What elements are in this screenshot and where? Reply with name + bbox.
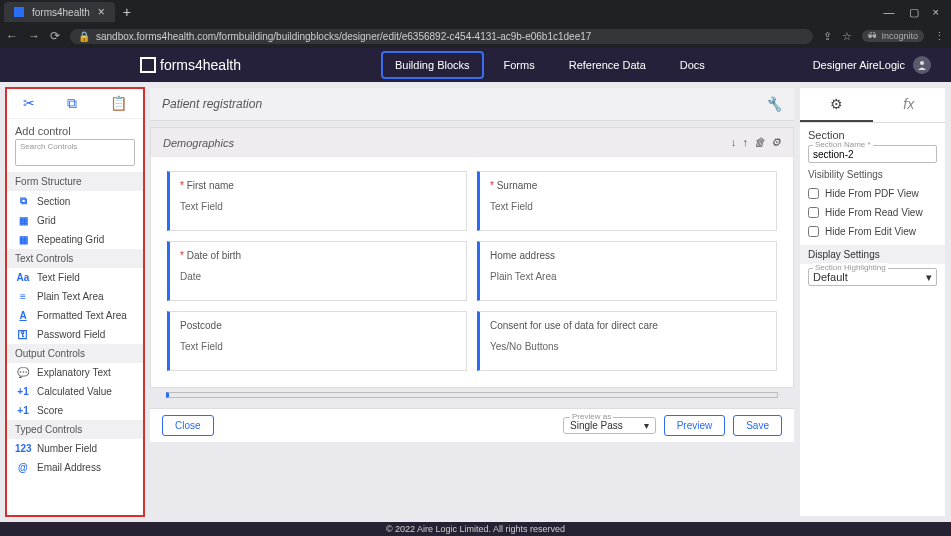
number-icon: 123: [15, 443, 31, 454]
palette-item-section[interactable]: ⧉Section: [7, 191, 143, 211]
preview-button[interactable]: Preview: [664, 415, 726, 436]
app-header: forms4health Building Blocks Forms Refer…: [0, 48, 951, 82]
nav-docs[interactable]: Docs: [666, 51, 719, 79]
palette-item-explanatory-text[interactable]: 💬Explanatory Text: [7, 363, 143, 382]
section-icon: ⧉: [15, 195, 31, 207]
maximize-icon[interactable]: ▢: [909, 6, 919, 19]
preview-mode-select[interactable]: Preview as Single Pass ▾: [563, 417, 656, 434]
logo-icon: [140, 57, 156, 73]
reload-icon[interactable]: ⟳: [50, 29, 60, 43]
nav-reference-data[interactable]: Reference Data: [555, 51, 660, 79]
palette-item-text-field[interactable]: AaText Field: [7, 268, 143, 287]
url-field[interactable]: 🔒 sandbox.forms4health.com/formbuilding/…: [70, 29, 813, 44]
page-header: Patient registration 🔧: [150, 88, 794, 121]
visibility-heading: Visibility Settings: [808, 169, 937, 180]
field-first-name[interactable]: * First name Text Field: [167, 171, 467, 231]
incognito-icon: 🕶: [868, 31, 877, 41]
app-logo[interactable]: forms4health: [140, 57, 241, 73]
minimize-icon[interactable]: —: [884, 6, 895, 19]
cut-icon[interactable]: ✂: [23, 95, 35, 112]
section[interactable]: Demographics ↓ ↑ 🗑 ⚙ * First name Text F…: [150, 127, 794, 388]
svg-point-0: [920, 61, 924, 65]
chevron-down-icon: ▾: [644, 420, 649, 431]
incognito-badge: 🕶 Incognito: [862, 30, 924, 42]
field-home-address[interactable]: Home address Plain Text Area: [477, 241, 777, 301]
close-button[interactable]: Close: [162, 415, 214, 436]
chk-hide-edit[interactable]: Hide From Edit View: [808, 222, 937, 241]
label: Section: [37, 196, 70, 207]
highlight-wrap[interactable]: Section Highlighting Default ▾: [808, 268, 937, 286]
nav-building-blocks[interactable]: Building Blocks: [381, 51, 484, 79]
palette-item-formatted-text-area[interactable]: AFormatted Text Area: [7, 306, 143, 325]
chk-hide-edit-box[interactable]: [808, 226, 819, 237]
palette-item-password-field[interactable]: ⚿Password Field: [7, 325, 143, 344]
palette-item-plain-text-area[interactable]: ≡Plain Text Area: [7, 287, 143, 306]
palette-item-number-field[interactable]: 123Number Field: [7, 439, 143, 458]
password-icon: ⚿: [15, 329, 31, 340]
search-controls-wrap: Search Controls: [15, 139, 135, 166]
formatted-text-area-icon: A: [15, 310, 31, 321]
main-nav: Building Blocks Forms Reference Data Doc…: [381, 51, 719, 79]
chk-label: Hide From Edit View: [825, 226, 916, 237]
section-header: Demographics ↓ ↑ 🗑 ⚙: [151, 128, 793, 157]
label: Plain Text Area: [37, 291, 104, 302]
menu-icon[interactable]: ⋮: [934, 30, 945, 43]
save-button[interactable]: Save: [733, 415, 782, 436]
palette-item-repeating-grid[interactable]: ▦Repeating Grid: [7, 230, 143, 249]
chk-hide-read-box[interactable]: [808, 207, 819, 218]
control-palette: ✂ ⧉ 📋 Add control Search Controls Form S…: [5, 87, 145, 517]
footer-text: © 2022 Aire Logic Limited. All rights re…: [386, 524, 565, 534]
palette-item-grid[interactable]: ▦Grid: [7, 211, 143, 230]
chk-hide-read[interactable]: Hide From Read View: [808, 203, 937, 222]
field-surname[interactable]: * Surname Text Field: [477, 171, 777, 231]
section-name-input[interactable]: [813, 149, 932, 160]
move-up-icon[interactable]: ↑: [743, 136, 749, 149]
browser-tab[interactable]: forms4health ×: [4, 2, 115, 22]
palette-item-calculated-value[interactable]: +1Calculated Value: [7, 382, 143, 401]
chk-hide-pdf[interactable]: Hide From PDF View: [808, 184, 937, 203]
close-tab-icon[interactable]: ×: [98, 5, 105, 19]
grid-icon: ▦: [15, 215, 31, 226]
field-consent[interactable]: Consent for use of data for direct care …: [477, 311, 777, 371]
add-section-placeholder[interactable]: [166, 392, 778, 398]
section-settings-icon[interactable]: ⚙: [771, 136, 781, 149]
copy-icon[interactable]: ⧉: [67, 95, 77, 112]
settings-icon[interactable]: 🔧: [765, 96, 782, 112]
field-type: Text Field: [490, 201, 766, 212]
tab-settings[interactable]: ⚙: [800, 88, 873, 122]
cat-structure: Form Structure: [7, 172, 143, 191]
field-type: Date: [180, 271, 456, 282]
paste-icon[interactable]: 📋: [110, 95, 127, 112]
star-icon[interactable]: ☆: [842, 30, 852, 43]
palette-item-email-address[interactable]: @Email Address: [7, 458, 143, 477]
nav-forms[interactable]: Forms: [490, 51, 549, 79]
section-name-label: Section Name *: [813, 140, 873, 149]
delete-icon[interactable]: 🗑: [754, 136, 765, 149]
field-type: Plain Text Area: [490, 271, 766, 282]
field-dob[interactable]: * Date of birth Date: [167, 241, 467, 301]
close-window-icon[interactable]: ×: [933, 6, 939, 19]
forward-icon[interactable]: →: [28, 29, 40, 43]
field-label: Consent for use of data for direct care: [490, 320, 658, 331]
score-icon: +1: [15, 405, 31, 416]
search-label: Search Controls: [20, 142, 130, 151]
avatar[interactable]: [913, 56, 931, 74]
workspace: ✂ ⧉ 📋 Add control Search Controls Form S…: [0, 82, 951, 522]
move-down-icon[interactable]: ↓: [731, 136, 737, 149]
palette-item-score[interactable]: +1Score: [7, 401, 143, 420]
field-type: Text Field: [180, 341, 456, 352]
explanatory-icon: 💬: [15, 367, 31, 378]
chevron-down-icon: ▾: [926, 271, 932, 284]
properties-panel: ⚙ fx Section Section Name * Visibility S…: [800, 88, 945, 516]
field-postcode[interactable]: Postcode Text Field: [167, 311, 467, 371]
fields-grid: * First name Text Field * Surname Text F…: [151, 157, 793, 387]
chk-hide-pdf-box[interactable]: [808, 188, 819, 199]
user-area[interactable]: Designer AireLogic: [813, 56, 931, 74]
search-input[interactable]: [20, 152, 130, 163]
tab-fx[interactable]: fx: [873, 88, 946, 122]
share-icon[interactable]: ⇪: [823, 30, 832, 43]
browser-chrome: forms4health × + — ▢ × ← → ⟳ 🔒 sandbox.f…: [0, 0, 951, 48]
back-icon[interactable]: ←: [6, 29, 18, 43]
new-tab-button[interactable]: +: [115, 4, 139, 20]
preview-as-label: Preview as: [570, 412, 613, 421]
